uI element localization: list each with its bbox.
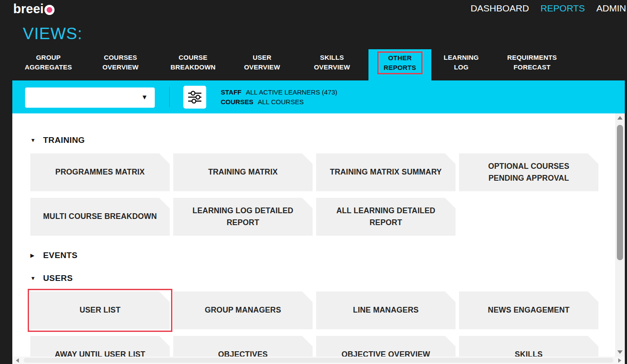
courses-filter-label: COURSES xyxy=(221,98,253,106)
section-toggle-training[interactable]: ▼TRAINING xyxy=(30,134,625,147)
section-toggle-events[interactable]: ▶EVENTS xyxy=(30,249,625,262)
report-card-training-matrix[interactable]: TRAINING MATRIX xyxy=(173,153,313,191)
top-bar: breei DASHBOARD REPORTS ADMIN xyxy=(0,0,627,19)
courses-filter-row: COURSESALL COURSES xyxy=(221,97,337,107)
tab-label: SKILLSOVERVIEW xyxy=(314,53,350,72)
chevron-right-icon: ▶ xyxy=(30,252,37,258)
tab-course-breakdown[interactable]: COURSEBREAKDOWN xyxy=(157,49,229,80)
section-title: TRAINING xyxy=(43,135,85,145)
annotation-highlight-rect: OTHERREPORTS xyxy=(377,51,423,74)
scroll-up-arrow-icon[interactable] xyxy=(617,116,623,120)
card-slot: LINE MANAGERS xyxy=(316,291,456,329)
scroll-down-arrow-icon[interactable] xyxy=(617,350,623,354)
tab-label: REQUIRMENTSFORECAST xyxy=(507,53,557,72)
section-users: ▼USERSUSER LISTGROUP MANAGERSLINE MANAGE… xyxy=(30,272,625,364)
tab-user-overview[interactable]: USEROVERVIEW xyxy=(229,49,295,80)
filter-divider xyxy=(169,87,170,107)
nav-dashboard[interactable]: DASHBOARD xyxy=(470,3,529,14)
vertical-scrollbar[interactable] xyxy=(615,113,625,357)
card-slot: ALL LEARNING DETAILED REPORT xyxy=(316,198,456,236)
nav-reports[interactable]: REPORTS xyxy=(540,3,585,14)
logo-text: breei xyxy=(13,2,44,16)
report-card-learning-log-detailed-report[interactable]: LEARNING LOG DETAILED REPORT xyxy=(173,198,313,236)
report-card-programmes-matrix[interactable]: PROGRAMMES MATRIX xyxy=(30,153,170,191)
chevron-down-icon: ▼ xyxy=(141,93,148,101)
section-events: ▶EVENTS xyxy=(30,249,625,262)
report-card-user-list[interactable]: USER LIST xyxy=(30,291,170,329)
tab-courses-overview[interactable]: COURSESOVERVIEW xyxy=(84,49,157,80)
section-training: ▼TRAININGPROGRAMMES MATRIXTRAINING MATRI… xyxy=(30,134,625,236)
card-row: PROGRAMMES MATRIXTRAINING MATRIXTRAINING… xyxy=(30,153,625,191)
tab-label: USEROVERVIEW xyxy=(244,53,280,72)
scroll-right-arrow-icon[interactable] xyxy=(618,358,621,363)
scroll-left-arrow-icon[interactable] xyxy=(16,358,19,363)
filter-bar: ▼ STAFFALL ACTIVE LEARNERS (473) COURSES… xyxy=(12,80,625,113)
card-row: USER LISTGROUP MANAGERSLINE MANAGERSNEWS… xyxy=(30,291,625,329)
filter-settings-button[interactable] xyxy=(183,86,206,109)
report-card-optional-courses-pending-approval[interactable]: OPTIONAL COURSES PENDING APPROVAL xyxy=(459,153,598,191)
breeio-logo[interactable]: breei xyxy=(13,2,55,16)
staff-filter-label: STAFF xyxy=(221,88,241,96)
report-card-training-matrix-summary[interactable]: TRAINING MATRIX SUMMARY xyxy=(316,153,456,191)
report-card-news-engagement[interactable]: NEWS ENGAGEMENT xyxy=(459,291,598,329)
staff-filter-value: ALL ACTIVE LEARNERS (473) xyxy=(246,88,337,96)
tab-requirments-forecast[interactable]: REQUIRMENTSFORECAST xyxy=(491,49,573,80)
section-title: EVENTS xyxy=(43,251,77,260)
card-slot: NEWS ENGAGEMENT xyxy=(459,291,598,329)
horizontal-scrollbar[interactable] xyxy=(12,357,625,364)
section-toggle-users[interactable]: ▼USERS xyxy=(30,272,625,285)
card-slot: OPTIONAL COURSES PENDING APPROVAL xyxy=(459,153,598,191)
section-title: USERS xyxy=(43,273,73,283)
tab-other-reports[interactable]: OTHERREPORTS xyxy=(368,49,431,80)
views-heading: VIEWS: xyxy=(23,25,83,43)
tabs-row: GROUPAGGREGATESCOURSESOVERVIEWCOURSEBREA… xyxy=(13,49,573,80)
card-slot: TRAINING MATRIX xyxy=(173,153,313,191)
chevron-down-icon: ▼ xyxy=(30,137,37,143)
report-card-all-learning-detailed-report[interactable]: ALL LEARNING DETAILED REPORT xyxy=(316,198,456,236)
tab-label: GROUPAGGREGATES xyxy=(25,53,72,72)
tab-label: COURSESOVERVIEW xyxy=(102,53,139,72)
report-card-line-managers[interactable]: LINE MANAGERS xyxy=(316,291,456,329)
card-slot: PROGRAMMES MATRIX xyxy=(30,153,170,191)
card-slot: USER LIST xyxy=(30,291,170,329)
main-panel: ▼TRAININGPROGRAMMES MATRIXTRAINING MATRI… xyxy=(12,113,625,364)
tab-label: LEARNINGLOG xyxy=(444,53,479,72)
horizontal-scrollbar-thumb[interactable] xyxy=(24,358,613,363)
report-dropdown[interactable]: ▼ xyxy=(25,87,155,108)
chevron-down-icon: ▼ xyxy=(30,275,37,281)
sliders-icon xyxy=(187,91,202,104)
nav-admin[interactable]: ADMIN xyxy=(596,3,626,14)
card-slot: MULTI COURSE BREAKDOWN xyxy=(30,198,170,236)
report-card-group-managers[interactable]: GROUP MANAGERS xyxy=(173,291,313,329)
staff-filter-row: STAFFALL ACTIVE LEARNERS (473) xyxy=(221,87,337,97)
filter-summary: STAFFALL ACTIVE LEARNERS (473) COURSESAL… xyxy=(221,87,337,107)
card-slot: GROUP MANAGERS xyxy=(173,291,313,329)
card-slot: TRAINING MATRIX SUMMARY xyxy=(316,153,456,191)
tab-skills-overview[interactable]: SKILLSOVERVIEW xyxy=(295,49,368,80)
card-slot: LEARNING LOG DETAILED REPORT xyxy=(173,198,313,236)
logo-o-dot xyxy=(44,5,55,15)
vertical-scrollbar-thumb[interactable] xyxy=(617,125,623,260)
card-row: MULTI COURSE BREAKDOWNLEARNING LOG DETAI… xyxy=(30,198,625,236)
report-card-multi-course-breakdown[interactable]: MULTI COURSE BREAKDOWN xyxy=(30,198,170,236)
top-nav: DASHBOARD REPORTS ADMIN xyxy=(470,3,626,14)
tab-label: COURSEBREAKDOWN xyxy=(171,53,216,72)
courses-filter-value: ALL COURSES xyxy=(258,98,303,106)
tab-group-aggregates[interactable]: GROUPAGGREGATES xyxy=(13,49,84,80)
tab-learning-log[interactable]: LEARNINGLOG xyxy=(431,49,491,80)
report-sections: ▼TRAININGPROGRAMMES MATRIXTRAINING MATRI… xyxy=(12,134,625,364)
